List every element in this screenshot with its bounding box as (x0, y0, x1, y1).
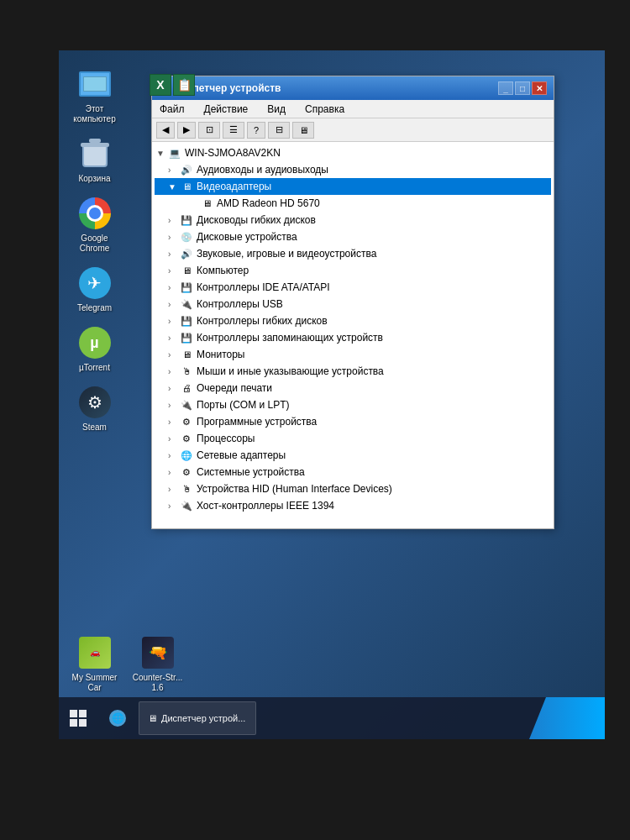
tree-toggle-comp[interactable]: › (168, 266, 180, 276)
desktop-icon-cs16[interactable]: 🔫 Counter-Str...1.6 (130, 636, 185, 693)
tree-toggle-sound[interactable]: › (168, 249, 180, 259)
tree-toggle-ports[interactable]: › (168, 401, 180, 410)
tree-item-floppy-ctrl[interactable]: › 💾 Контроллеры гибких дисков (155, 312, 551, 329)
taskbar-dm-icon: 🖥 (148, 713, 157, 723)
tree-label-proc: Процессоры (197, 433, 255, 444)
tree-label-root: WIN-SJMOA8AV2KN (185, 147, 281, 159)
steam-icon: ⚙ (78, 386, 112, 419)
tree-item-sys[interactable]: › ⚙ Системные устройства (155, 464, 551, 480)
tree-label-soft: Программные устройства (197, 416, 317, 428)
tree-item-video[interactable]: ▼ 🖥 Видеоадаптеры (155, 178, 551, 195)
tree-area[interactable]: ▼ 💻 WIN-SJMOA8AV2KN › 🔊 Аудиовходы и ауд… (152, 142, 554, 528)
chrome-label: GoogleChrome (80, 234, 110, 254)
minimize-button[interactable]: _ (498, 81, 513, 95)
tree-icon-amd: 🖥 (200, 197, 213, 210)
close-button[interactable]: ✕ (532, 81, 547, 95)
toolbar-btn3[interactable]: ⊡ (198, 122, 220, 139)
tree-toggle-net[interactable]: › (168, 451, 180, 460)
tree-item-floppy[interactable]: › 💾 Дисководы гибких дисков (155, 212, 551, 228)
start-button[interactable] (59, 697, 97, 739)
tree-item-usb[interactable]: › 🔌 Контроллеры USB (155, 296, 551, 312)
tree-item-proc[interactable]: › ⚙ Процессоры (155, 430, 551, 447)
tree-item-audio[interactable]: › 🔊 Аудиовходы и аудиовыходы (155, 161, 551, 178)
tree-toggle-ieee[interactable]: › (168, 501, 180, 511)
tree-toggle-print[interactable]: › (168, 384, 180, 393)
tree-item-ports[interactable]: › 🔌 Порты (COM и LPT) (155, 396, 551, 413)
tree-item-amd[interactable]: 🖥 AMD Radeon HD 5670 (155, 195, 551, 212)
toolbar-forward[interactable]: ▶ (177, 122, 196, 139)
tree-item-hid[interactable]: › 🖱 Устройства HID (Human Interface Devi… (155, 480, 551, 497)
tree-label-net: Сетевые адаптеры (197, 449, 286, 461)
taskbar-device-manager[interactable]: 🖥 Диспетчер устрой... (139, 701, 256, 735)
tree-label-floppy: Дисководы гибких дисков (197, 214, 316, 226)
tree-label-sound: Звуковые, игровые и видеоустройства (197, 248, 376, 260)
excel-badge-area: X 📋 (150, 74, 195, 96)
tree-toggle-monitors[interactable]: › (168, 350, 180, 360)
tree-item-storage-ctrl[interactable]: › 💾 Контроллеры запоминающих устройств (155, 329, 551, 346)
tree-toggle-usb[interactable]: › (168, 300, 180, 309)
tree-item-soft[interactable]: › ⚙ Программные устройства (155, 413, 551, 430)
tree-toggle-ide[interactable]: › (168, 283, 180, 292)
tree-icon-net: 🌐 (180, 449, 193, 462)
tree-item-comp[interactable]: › 🖥 Компьютер (155, 262, 551, 279)
taskbar-dm-label: Диспетчер устрой... (161, 713, 245, 723)
tree-item-ieee[interactable]: › 🔌 Хост-контроллеры IEEE 1394 (155, 497, 551, 514)
tree-label-ide: Контроллеры IDE ATA/ATAPI (197, 281, 330, 293)
desktop: Этоткомпьютер Корзина (59, 50, 605, 739)
tree-toggle-floppy-ctrl[interactable]: › (168, 317, 180, 326)
tree-item-ide[interactable]: › 💾 Контроллеры IDE ATA/ATAPI (155, 279, 551, 296)
tree-label-hid: Устройства HID (Human Interface Devices) (197, 483, 392, 495)
toolbar-back[interactable]: ◀ (156, 122, 175, 139)
tree-toggle-sys[interactable]: › (168, 468, 180, 477)
tree-item-mice[interactable]: › 🖱 Мыши и иные указывающие устройства (155, 363, 551, 380)
taskbar: 🌐 🖥 Диспетчер устрой... (59, 697, 605, 739)
tree-icon-comp: 🖥 (180, 264, 193, 277)
tree-label-audio: Аудиовходы и аудиовыходы (197, 164, 328, 176)
tree-label-storage-ctrl: Контроллеры запоминающих устройств (197, 332, 383, 344)
taskbar-network[interactable]: 🌐 (101, 697, 134, 739)
tree-toggle-storage-ctrl[interactable]: › (168, 333, 180, 343)
desktop-icon-utorrent[interactable]: µ µTorrent (67, 326, 122, 373)
taskbar-accent (529, 697, 605, 739)
tree-icon-sys: ⚙ (180, 465, 193, 479)
tree-item-net[interactable]: › 🌐 Сетевые адаптеры (155, 447, 551, 464)
desktop-icon-telegram[interactable]: ✈ Telegram (67, 266, 122, 313)
desktop-icon-steam[interactable]: ⚙ Steam (67, 386, 122, 433)
tree-toggle-disk[interactable]: › (168, 233, 180, 242)
tree-toggle-soft[interactable]: › (168, 417, 180, 427)
tree-icon-proc: ⚙ (180, 432, 193, 445)
desktop-icon-chrome[interactable]: GoogleChrome (67, 197, 122, 254)
desktop-icon-this-computer[interactable]: Этоткомпьютер (67, 67, 122, 124)
toolbar-help[interactable]: ? (247, 122, 265, 139)
tree-toggle-floppy[interactable]: › (168, 216, 180, 225)
menu-help[interactable]: Справка (302, 102, 348, 117)
tree-toggle-video[interactable]: ▼ (168, 182, 180, 192)
tree-toggle-audio[interactable]: › (168, 165, 180, 175)
window-menubar: Файл Действие Вид Справка (152, 100, 554, 118)
window-titlebar: 🖥 Диспетчер устройств _ □ ✕ (152, 76, 554, 100)
menu-action[interactable]: Действие (201, 102, 252, 117)
tree-toggle-mice[interactable]: › (168, 367, 180, 376)
tree-item-disk[interactable]: › 💿 Дисковые устройства (155, 228, 551, 245)
toolbar-monitor[interactable]: 🖥 (292, 122, 314, 139)
tree-label-ieee: Хост-контроллеры IEEE 1394 (197, 500, 334, 512)
toolbar-btn6[interactable]: ⊟ (268, 122, 290, 139)
tree-item-root[interactable]: ▼ 💻 WIN-SJMOA8AV2KN (155, 144, 551, 161)
maximize-button[interactable]: □ (515, 81, 530, 95)
tree-toggle-hid[interactable]: › (168, 485, 180, 494)
tree-toggle-proc[interactable]: › (168, 434, 180, 444)
tree-item-monitors[interactable]: › 🖥 Мониторы (155, 346, 551, 363)
computer-icon (78, 67, 112, 101)
desktop-icon-my-summer-car[interactable]: 🚗 My SummerCar (67, 636, 122, 693)
menu-view[interactable]: Вид (264, 102, 289, 117)
tree-toggle-root[interactable]: ▼ (156, 149, 168, 158)
telegram-label: Telegram (77, 303, 112, 313)
tree-item-sound[interactable]: › 🔊 Звуковые, игровые и видеоустройства (155, 245, 551, 262)
desktop-icon-recycle-bin[interactable]: Корзина (67, 137, 122, 184)
tree-icon-mice: 🖱 (180, 365, 193, 378)
toolbar-btn4[interactable]: ☰ (223, 122, 244, 139)
tree-icon-floppy: 💾 (180, 213, 193, 227)
network-icon: 🌐 (109, 710, 126, 727)
tree-item-print[interactable]: › 🖨 Очереди печати (155, 380, 551, 396)
menu-file[interactable]: Файл (156, 102, 188, 117)
